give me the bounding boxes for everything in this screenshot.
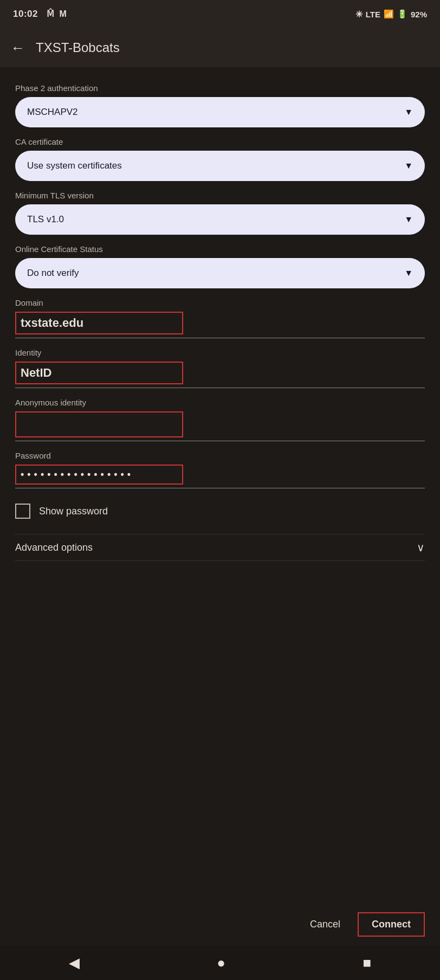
phase2-label: Phase 2 authentication xyxy=(15,83,425,93)
ca-cert-value: Use system certificates xyxy=(27,160,122,171)
ca-cert-dropdown[interactable]: Use system certificates ▼ xyxy=(15,151,425,181)
ca-cert-chevron-icon: ▼ xyxy=(404,161,413,171)
status-time: 10:02 M̂ M xyxy=(13,9,67,20)
advanced-options-chevron-icon: ∨ xyxy=(417,541,425,554)
min-tls-label: Minimum TLS version xyxy=(15,191,425,200)
password-container: Password xyxy=(15,451,425,488)
wifi-config-form: Phase 2 authentication MSCHAPV2 ▼ CA cer… xyxy=(0,67,440,901)
domain-field-box xyxy=(15,312,183,334)
ocsp-label: Online Certificate Status xyxy=(15,244,425,254)
mail-icon-2: M xyxy=(59,9,67,18)
anon-identity-input[interactable] xyxy=(21,416,178,430)
nav-back-icon[interactable]: ◀ xyxy=(69,955,80,971)
back-button[interactable]: ← xyxy=(11,40,25,56)
phase2-value: MSCHAPV2 xyxy=(27,107,78,118)
bluetooth-icon: ✳ xyxy=(355,9,363,20)
signal-icon: 📶 xyxy=(384,9,394,19)
status-right: ✳ LTE 📶 🔋 92% xyxy=(355,9,427,20)
battery-icon: 🔋 xyxy=(397,9,407,19)
min-tls-dropdown[interactable]: TLS v1.0 ▼ xyxy=(15,204,425,235)
domain-input[interactable] xyxy=(21,316,178,330)
nav-recents-icon[interactable]: ■ xyxy=(363,955,372,971)
advanced-options-label: Advanced options xyxy=(15,542,93,553)
password-label: Password xyxy=(15,451,425,460)
lte-label: LTE xyxy=(366,10,380,19)
phase2-dropdown[interactable]: MSCHAPV2 ▼ xyxy=(15,97,425,127)
status-bar: 10:02 M̂ M ✳ LTE 📶 🔋 92% xyxy=(0,0,440,28)
advanced-options-row[interactable]: Advanced options ∨ xyxy=(15,534,425,561)
ocsp-value: Do not verify xyxy=(27,268,79,279)
identity-field-box xyxy=(15,362,183,384)
anon-identity-label: Anonymous identity xyxy=(15,398,425,407)
nav-home-icon[interactable]: ● xyxy=(217,955,225,971)
ocsp-chevron-icon: ▼ xyxy=(404,268,413,278)
min-tls-chevron-icon: ▼ xyxy=(404,215,413,224)
mail-icon-1: M̂ xyxy=(47,9,55,18)
ca-cert-label: CA certificate xyxy=(15,137,425,146)
show-password-row: Show password xyxy=(15,504,425,519)
min-tls-value: TLS v1.0 xyxy=(27,214,64,225)
show-password-label: Show password xyxy=(39,506,108,517)
identity-label: Identity xyxy=(15,348,425,357)
domain-label: Domain xyxy=(15,298,425,307)
app-bar: ← TXST-Bobcats xyxy=(0,28,440,67)
bottom-buttons: Cancel Connect xyxy=(0,901,440,945)
anon-identity-container: Anonymous identity xyxy=(15,398,425,441)
domain-container: Domain xyxy=(15,298,425,338)
password-input[interactable] xyxy=(21,469,178,480)
nav-bar: ◀ ● ■ xyxy=(0,945,440,980)
show-password-checkbox[interactable] xyxy=(15,504,30,519)
ocsp-dropdown[interactable]: Do not verify ▼ xyxy=(15,258,425,288)
identity-input[interactable] xyxy=(21,366,178,380)
connect-button[interactable]: Connect xyxy=(358,912,425,937)
battery-percent: 92% xyxy=(411,10,427,19)
phase2-chevron-icon: ▼ xyxy=(404,107,413,117)
page-title: TXST-Bobcats xyxy=(36,40,120,55)
anon-identity-field-box xyxy=(15,411,183,437)
identity-container: Identity xyxy=(15,348,425,388)
cancel-button[interactable]: Cancel xyxy=(301,913,349,936)
password-field-box xyxy=(15,465,183,485)
